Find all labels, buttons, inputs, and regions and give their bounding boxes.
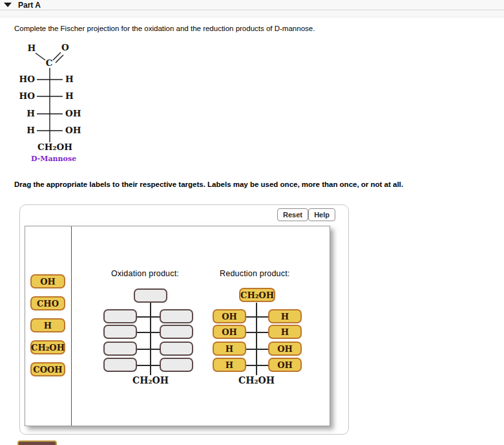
oxidation-row4-right-target[interactable]	[160, 358, 193, 372]
bank-label-cooh[interactable]: COOH	[30, 362, 65, 376]
bank-label-h[interactable]: H	[30, 318, 65, 332]
bank-label-oh[interactable]: OH	[30, 274, 65, 288]
oxidation-row3-left-target[interactable]	[103, 342, 137, 356]
oxidation-bottom-ch2oh: CH₂OH	[127, 375, 174, 385]
oxidation-row1-left-target[interactable]	[103, 309, 137, 323]
part-header: Part A	[0, 0, 504, 10]
reduction-row1-right-chip[interactable]: H	[268, 309, 302, 323]
mannose-caption: D-Mannose	[31, 155, 76, 163]
row3-left: H	[26, 108, 35, 118]
bank-label-cho[interactable]: CHO	[30, 296, 65, 310]
instruction-text: Complete the Fischer projection for the …	[14, 25, 479, 32]
help-button[interactable]: Help	[308, 208, 335, 221]
oxidation-row2-left-target[interactable]	[103, 325, 137, 339]
part-title: Part A	[18, 1, 41, 10]
mannose-fischer-projection: H O C HO H HO H H OH H OH CH₂OH D-Mannos…	[13, 39, 110, 167]
oxidation-row1-bond	[136, 316, 162, 318]
reduction-row2-right-chip[interactable]: H	[268, 325, 302, 339]
reduction-row4-right-chip[interactable]: OH	[268, 358, 302, 372]
reduction-row4-left-chip[interactable]: H	[213, 358, 246, 372]
oxidation-top-target[interactable]	[134, 288, 167, 303]
aldehyde-c: C	[46, 58, 53, 68]
oxidation-row3-bond	[136, 349, 162, 350]
aldehyde-o: O	[61, 42, 69, 52]
row1-left: HO	[19, 74, 35, 84]
reset-button[interactable]: Reset	[277, 208, 308, 221]
reduction-bottom-ch2oh: CH₂OH	[233, 375, 280, 385]
row2-right: H	[65, 91, 74, 101]
row1-right: H	[65, 74, 74, 84]
reduction-title: Reduction product:	[220, 269, 290, 278]
reduction-row3-left-chip[interactable]: H	[213, 342, 246, 356]
oxidation-row2-bond	[136, 332, 162, 333]
drag-drop-container: Reset Help OH CHO H CH₂OH COOH Oxidation…	[19, 204, 349, 435]
submit-button[interactable]	[17, 440, 57, 445]
row3-right: OH	[65, 108, 81, 118]
oxidation-row4-bond	[136, 365, 162, 366]
bottom-ch2oh: CH₂OH	[37, 142, 72, 152]
bank-label-ch2oh[interactable]: CH₂OH	[30, 340, 65, 354]
reduction-row3-right-chip[interactable]: OH	[268, 342, 302, 356]
collapse-triangle-icon[interactable]	[4, 3, 12, 7]
oxidation-row3-right-target[interactable]	[160, 342, 193, 356]
label-bank-divider	[71, 226, 72, 426]
reduction-top-chip[interactable]: CH₂OH	[239, 288, 275, 302]
row4-left: H	[26, 125, 35, 135]
aldehyde-h: H	[28, 43, 36, 53]
reduction-row2-left-chip[interactable]: OH	[213, 325, 246, 339]
activity-canvas: OH CHO H CH₂OH COOH Oxidation product: C…	[25, 226, 330, 426]
row4-right: OH	[65, 125, 81, 135]
oxidation-row4-left-target[interactable]	[103, 358, 137, 372]
reduction-row4-bond	[245, 365, 269, 366]
header-strip	[0, 11, 504, 17]
reduction-row2-bond	[245, 332, 269, 333]
h-c-bond	[36, 53, 45, 60]
reduction-row1-left-chip[interactable]: OH	[213, 309, 246, 323]
oxidation-row1-right-target[interactable]	[160, 309, 193, 323]
row2-left: HO	[19, 91, 35, 101]
reduction-row1-bond	[245, 316, 269, 318]
oxidation-title: Oxidation product:	[111, 269, 179, 278]
drag-instruction-text: Drag the appropriate labels to their res…	[14, 180, 492, 188]
reduction-row3-bond	[245, 349, 269, 350]
oxidation-row2-right-target[interactable]	[160, 325, 193, 339]
